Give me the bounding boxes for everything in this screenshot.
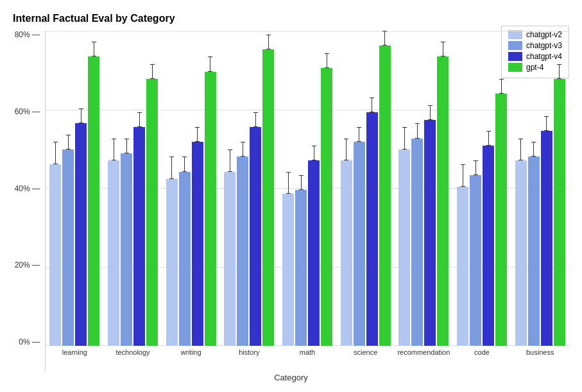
category-group-technology: [104, 31, 162, 346]
bar-science-chatgpt-v3: [354, 31, 365, 346]
bar-history-gpt-4: [262, 31, 274, 346]
bar-rect-history-chatgpt-v4: [250, 127, 261, 346]
bar-technology-chatgpt-v3: [121, 31, 132, 346]
plot-area: learningtechnologywritinghistorymathscie…: [45, 31, 569, 371]
bar-rect-technology-chatgpt-v2: [108, 160, 119, 346]
bar-learning-chatgpt-v4: [75, 31, 87, 346]
bar-rect-business-gpt-4: [554, 79, 565, 346]
bar-rect-science-chatgpt-v3: [354, 142, 365, 346]
bar-code-chatgpt-v4: [483, 31, 494, 346]
x-label-business: business: [511, 346, 569, 371]
bar-writing-chatgpt-v3: [179, 31, 191, 346]
bar-rect-math-gpt-4: [321, 68, 332, 346]
chart-title: Internal Factual Eval by Category: [13, 13, 569, 24]
chart-container: Internal Factual Eval by Category chatgp…: [0, 0, 582, 392]
category-group-business: [511, 31, 569, 346]
bar-learning-chatgpt-v3: [62, 31, 74, 346]
bar-rect-code-chatgpt-v4: [483, 146, 494, 346]
x-label-learning: learning: [46, 346, 104, 371]
bar-rect-math-chatgpt-v3: [295, 190, 307, 346]
bar-rect-business-chatgpt-v4: [541, 131, 552, 346]
bar-writing-gpt-4: [205, 31, 216, 346]
bar-rect-learning-chatgpt-v3: [62, 149, 74, 346]
bar-rect-code-chatgpt-v2: [457, 187, 468, 346]
y-label-80: 80% —: [15, 31, 40, 38]
bar-code-gpt-4: [495, 31, 507, 346]
bar-history-chatgpt-v3: [237, 31, 248, 346]
category-group-code: [453, 31, 511, 346]
bar-rect-history-chatgpt-v3: [237, 157, 248, 346]
y-label-40: 40% —: [15, 185, 40, 192]
bar-rect-technology-gpt-4: [146, 79, 158, 346]
bars-wrapper: [46, 31, 569, 346]
category-group-writing: [162, 31, 220, 346]
bar-rect-writing-chatgpt-v3: [179, 172, 191, 346]
x-label-technology: technology: [104, 346, 162, 371]
y-axis: 80% — 60% — 40% — 20% — 0% —: [13, 31, 45, 371]
bar-rect-math-chatgpt-v4: [308, 160, 320, 346]
bar-rect-history-gpt-4: [262, 49, 274, 346]
bar-code-chatgpt-v2: [457, 31, 468, 346]
x-label-science: science: [336, 346, 395, 371]
bar-rect-business-chatgpt-v2: [515, 160, 527, 346]
bar-math-chatgpt-v3: [295, 31, 307, 346]
bar-rect-recommendation-chatgpt-v2: [398, 149, 410, 346]
bar-rect-recommendation-chatgpt-v3: [411, 139, 423, 346]
bar-recommendation-gpt-4: [437, 31, 449, 346]
x-label-writing: writing: [162, 346, 220, 371]
bar-rect-writing-chatgpt-v2: [166, 179, 178, 346]
bar-rect-code-chatgpt-v3: [470, 175, 481, 346]
x-label-math: math: [278, 346, 337, 371]
category-group-science: [336, 31, 395, 346]
bar-business-chatgpt-v2: [515, 31, 527, 346]
bar-history-chatgpt-v4: [250, 31, 261, 346]
bar-rect-science-gpt-4: [379, 46, 391, 346]
bar-rect-history-chatgpt-v2: [224, 172, 235, 346]
bar-recommendation-chatgpt-v2: [398, 31, 410, 346]
bar-history-chatgpt-v2: [224, 31, 235, 346]
x-label-code: code: [453, 346, 511, 371]
bar-rect-learning-chatgpt-v4: [75, 123, 87, 346]
bar-rect-science-chatgpt-v2: [341, 160, 352, 346]
bar-rect-science-chatgpt-v4: [366, 112, 378, 346]
bar-rect-learning-gpt-4: [88, 56, 99, 346]
bar-learning-gpt-4: [88, 31, 99, 346]
y-label-0: 0% —: [19, 338, 40, 346]
bar-rect-technology-chatgpt-v3: [121, 153, 132, 346]
bar-business-gpt-4: [554, 31, 565, 346]
bar-writing-chatgpt-v2: [166, 31, 178, 346]
y-label-60: 60% —: [15, 108, 40, 115]
bar-writing-chatgpt-v4: [192, 31, 203, 346]
x-label-history: history: [220, 346, 278, 371]
bar-math-chatgpt-v4: [308, 31, 320, 346]
bar-rect-recommendation-gpt-4: [437, 56, 449, 346]
bar-rect-business-chatgpt-v3: [528, 157, 540, 346]
y-label-20: 20% —: [15, 261, 40, 269]
category-group-learning: [46, 31, 104, 346]
bar-rect-recommendation-chatgpt-v4: [424, 120, 436, 346]
category-group-recommendation: [395, 31, 453, 346]
bar-rect-code-gpt-4: [495, 94, 507, 346]
x-axis-title: Category: [13, 373, 569, 382]
bar-rect-math-chatgpt-v2: [282, 194, 294, 346]
x-labels: learningtechnologywritinghistorymathscie…: [46, 346, 569, 371]
bar-recommendation-chatgpt-v3: [411, 31, 423, 346]
bar-technology-chatgpt-v4: [133, 31, 145, 346]
bar-technology-gpt-4: [146, 31, 158, 346]
bar-rect-writing-chatgpt-v4: [192, 142, 203, 346]
bar-business-chatgpt-v3: [528, 31, 540, 346]
bar-science-chatgpt-v4: [366, 31, 378, 346]
bar-science-gpt-4: [379, 31, 391, 346]
x-label-recommendation: recommendation: [395, 346, 453, 371]
category-group-math: [278, 31, 337, 346]
bar-code-chatgpt-v3: [470, 31, 481, 346]
chart-area: 80% — 60% — 40% — 20% — 0% — learningtec…: [13, 31, 569, 371]
bar-math-chatgpt-v2: [282, 31, 294, 346]
bar-science-chatgpt-v2: [341, 31, 352, 346]
bar-technology-chatgpt-v2: [108, 31, 119, 346]
bar-rect-learning-chatgpt-v2: [49, 164, 61, 346]
bar-rect-technology-chatgpt-v4: [133, 127, 145, 346]
bar-recommendation-chatgpt-v4: [424, 31, 436, 346]
bar-business-chatgpt-v4: [541, 31, 552, 346]
bar-rect-writing-gpt-4: [205, 72, 216, 346]
